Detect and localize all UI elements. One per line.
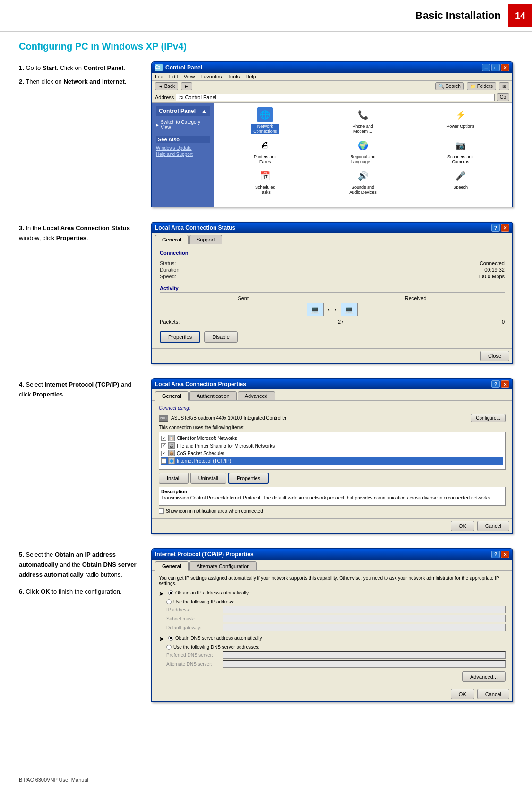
cp-sidebar: Control Panel ▲ Switch to Category View … — [152, 103, 214, 207]
configure-button[interactable]: Configure... — [471, 414, 506, 422]
step-2: 2. Then click on Network and Internet. — [19, 77, 142, 87]
tcp-cancel[interactable]: Cancel — [477, 689, 509, 699]
tcp-ok-cancel: OK Cancel — [152, 687, 512, 701]
tcp-tab-alternate[interactable]: Alternate Configuration — [189, 561, 257, 570]
icon-scheduled-tasks[interactable]: 📅 Scheduled Tasks — [218, 168, 312, 195]
icon-printers-faxes[interactable]: 🖨 Printers and Faxes — [218, 138, 312, 165]
subnet-input[interactable] — [223, 615, 506, 622]
las-close-row: Close — [152, 348, 512, 363]
close-dialog-button[interactable]: Close — [480, 351, 509, 361]
lan-props-help[interactable]: ? — [491, 380, 500, 388]
pref-dns-input[interactable] — [223, 651, 506, 659]
tcp-tab-general[interactable]: General — [155, 561, 189, 571]
radio-obtain-ip[interactable] — [168, 590, 173, 595]
radio-obtain-dns[interactable] — [168, 636, 173, 641]
printers-faxes-icon: 🖨 — [257, 138, 273, 153]
forward-button[interactable]: ► — [181, 82, 192, 90]
lan-properties-window-container: Local Area Connection Properties ? ✕ Gen… — [151, 378, 513, 534]
lan-props-tab-general[interactable]: General — [155, 391, 189, 401]
alt-dns-input[interactable] — [223, 660, 506, 668]
tcp-ok[interactable]: OK — [451, 689, 474, 699]
menu-favorites[interactable]: Favorites — [200, 74, 222, 79]
disable-button[interactable]: Disable — [204, 331, 238, 343]
see-also-section: See Also Windows Update Help and Support — [156, 136, 210, 157]
folders-button[interactable]: 📁 Folders — [467, 82, 496, 90]
activity-header: Sent Received — [160, 295, 505, 301]
menu-edit[interactable]: Edit — [169, 74, 178, 79]
checkbox-tcp[interactable] — [161, 458, 166, 464]
gateway-input[interactable] — [223, 624, 506, 631]
radio-use-ip[interactable] — [166, 599, 172, 604]
icon-scanners-cameras[interactable]: 📷 Scanners and Cameras — [413, 138, 507, 165]
connect-using-section: Connect using: — [159, 405, 506, 411]
list-item-tcp-ip[interactable]: 🔷 Internet Protocol (TCP/IP) — [161, 457, 503, 465]
tcp-close[interactable]: ✕ — [501, 551, 509, 558]
packets-row: Packets: 27 0 — [160, 318, 505, 326]
uninstall-button[interactable]: Uninstall — [190, 473, 226, 484]
nic-name: ASUSTeK/Broadcom 440x 10/100 Integrated … — [171, 415, 468, 421]
checkbox-qos[interactable] — [161, 451, 166, 456]
help-support-link[interactable]: Help and Support — [156, 151, 210, 157]
alt-dns-row: Alternate DNS server: — [166, 660, 506, 668]
icon-network-connections[interactable]: 🌐 Network Connections — [218, 107, 312, 134]
cp-icons-area: 🌐 Network Connections 📞 Phone and Modem … — [214, 103, 512, 207]
tcp-titlebar: Internet Protocol (TCP/IP) Properties ? … — [152, 549, 512, 560]
duration-value: 00:19:32 — [484, 267, 505, 273]
lan-props-ok[interactable]: OK — [451, 521, 474, 531]
help-button[interactable]: ? — [491, 224, 500, 232]
show-icon-checkbox[interactable] — [159, 508, 164, 514]
install-button[interactable]: Install — [159, 473, 189, 484]
power-options-icon: ⚡ — [453, 107, 468, 122]
ip-address-input[interactable] — [223, 606, 506, 613]
radio-obtain-ip-label: Obtain an IP address automatically — [175, 590, 249, 595]
lan-props-btns: Install Uninstall Properties — [159, 473, 506, 484]
cp-sidebar-title: Control Panel ▲ — [156, 106, 210, 116]
menu-help[interactable]: Help — [245, 74, 256, 79]
subnet-label: Subnet mask: — [166, 616, 223, 621]
address-input[interactable]: 🗂 Control Panel — [176, 94, 494, 101]
search-button[interactable]: 🔍 Search — [435, 82, 463, 90]
checkbox-client[interactable] — [161, 436, 166, 441]
menu-view[interactable]: View — [184, 74, 195, 79]
lan-props-cancel[interactable]: Cancel — [477, 521, 509, 531]
icon-speech[interactable]: 🎤 Speech — [413, 168, 507, 195]
switch-to-category-link[interactable]: Switch to Category View — [156, 119, 210, 131]
properties-button[interactable]: Properties — [160, 331, 200, 343]
lan-status-close[interactable]: ✕ — [501, 224, 509, 232]
go-button[interactable]: Go — [497, 93, 509, 101]
lan-props-ok-cancel: OK Cancel — [152, 518, 512, 533]
list-item-client[interactable]: 📋 Client for Microsoft Networks — [161, 434, 503, 442]
windows-update-link[interactable]: Windows Update — [156, 145, 210, 151]
radio-use-dns[interactable] — [166, 645, 172, 650]
lan-props-tab-advanced[interactable]: Advanced — [238, 391, 275, 400]
cp-address-bar: Address 🗂 Control Panel Go — [152, 92, 512, 103]
list-item-printer-sharing[interactable]: 🖨 File and Printer Sharing for Microsoft… — [161, 442, 503, 449]
close-button[interactable]: ✕ — [501, 64, 509, 71]
cp-window-title: Control Panel — [165, 64, 202, 71]
maximize-button[interactable]: □ — [491, 64, 500, 71]
advanced-button[interactable]: Advanced... — [462, 671, 506, 682]
speed-row: Speed: 100.0 Mbps — [160, 273, 505, 280]
back-button[interactable]: ◄ Back — [155, 82, 178, 90]
lan-props-close[interactable]: ✕ — [501, 380, 509, 388]
tcp-help[interactable]: ? — [491, 551, 500, 558]
list-item-qos[interactable]: 📦 QoS Packet Scheduler — [161, 449, 503, 457]
received-icon: 💻 — [341, 303, 358, 316]
tab-general[interactable]: General — [155, 235, 189, 244]
sent-label: Sent — [238, 295, 249, 301]
step-4-row: 4. Select Internet Protocol (TCP/IP) and… — [19, 378, 513, 534]
lan-props-tab-auth[interactable]: Authentication — [189, 391, 237, 400]
tab-support[interactable]: Support — [189, 235, 222, 244]
lan-props-properties-button[interactable]: Properties — [228, 473, 269, 484]
icon-sounds-audio[interactable]: 🔊 Sounds and Audio Devices — [316, 168, 410, 195]
minimize-button[interactable]: ─ — [482, 64, 490, 71]
menu-file[interactable]: File — [155, 74, 163, 79]
view-button[interactable]: ⊞ — [499, 82, 509, 90]
client-icon: 📋 — [168, 435, 175, 441]
menu-tools[interactable]: Tools — [228, 74, 240, 79]
icon-phone-modem[interactable]: 📞 Phone and Modem ... — [316, 107, 410, 134]
icon-regional-language[interactable]: 🌍 Regional and Language ... — [316, 138, 410, 165]
checkbox-printer[interactable] — [161, 443, 166, 448]
sounds-audio-label: Sounds and Audio Devices — [349, 185, 377, 195]
icon-power-options[interactable]: ⚡ Power Options — [413, 107, 507, 134]
